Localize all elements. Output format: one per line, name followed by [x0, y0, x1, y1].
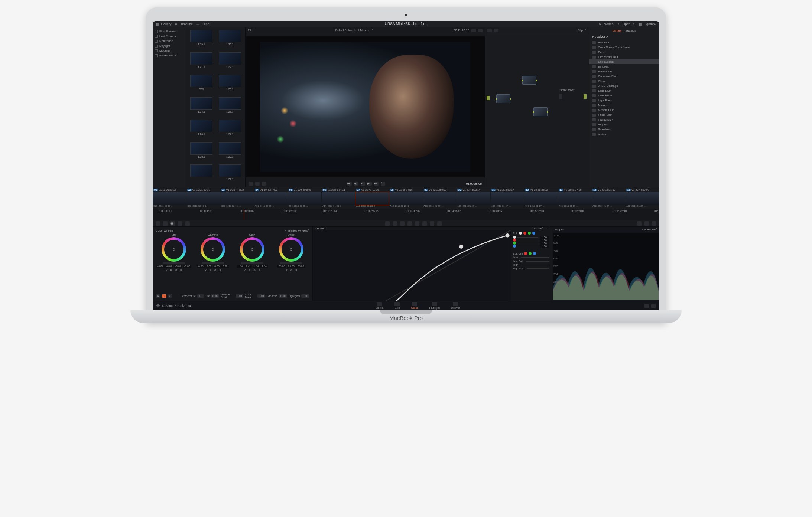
fx-item[interactable]: Directional Blur	[589, 55, 659, 59]
clip-menu[interactable]: Clip	[578, 29, 583, 32]
timeline-clip[interactable]	[423, 192, 457, 205]
sc-g-swatch[interactable]	[529, 252, 532, 255]
clips-toggle[interactable]: ▭Clips˅	[196, 22, 212, 26]
fx-item[interactable]: Gaussian Blur	[589, 74, 659, 79]
high-soft-slider[interactable]	[527, 268, 549, 269]
still-thumb[interactable]: 1.20.1	[217, 30, 243, 50]
still-thumb[interactable]: 1.23.1	[217, 75, 243, 95]
timeline-clip[interactable]	[626, 192, 659, 205]
still-thumb[interactable]: 1.25.1	[217, 97, 243, 118]
timeline-clip[interactable]	[592, 192, 626, 205]
channel-intensity-row[interactable]	[513, 239, 549, 242]
page-media[interactable]: Media	[376, 302, 384, 310]
node-03[interactable]	[533, 107, 548, 116]
project-settings-icon[interactable]	[651, 304, 656, 308]
key-icon[interactable]	[415, 221, 419, 226]
fx-item[interactable]: Vortex	[589, 132, 659, 137]
node-input[interactable]	[487, 96, 490, 100]
sc-r-swatch[interactable]	[524, 252, 527, 255]
timeline-clip[interactable]	[288, 192, 321, 205]
fx-item[interactable]: Ripples	[589, 122, 659, 127]
fx-item[interactable]: Mirrors	[589, 103, 659, 108]
still-thumb[interactable]: 1.22.1	[217, 164, 243, 185]
page-1[interactable]: 1	[162, 294, 166, 298]
fx-item[interactable]: Mosaic Blur	[589, 108, 659, 112]
sc-b-swatch[interactable]	[533, 252, 536, 255]
blur-icon[interactable]	[407, 221, 412, 226]
mute-icon[interactable]	[262, 182, 266, 186]
still-thumb[interactable]	[188, 164, 215, 185]
node-01[interactable]	[496, 94, 510, 103]
window-icon[interactable]	[393, 221, 397, 226]
fx-item[interactable]: Lens Flare	[589, 93, 659, 98]
timeline-toggle[interactable]: ≡Timeline	[175, 22, 193, 26]
wipe-icon[interactable]	[255, 182, 260, 186]
play-button[interactable]: ▶	[367, 182, 372, 186]
mini-timeline[interactable]: 01:00:00:0001:00:35:0101:01:10:0201:01:4…	[153, 209, 659, 220]
page-fairlight[interactable]: Fairlight	[429, 302, 439, 310]
page-2[interactable]: 2	[168, 294, 172, 298]
tool-wheels-icon[interactable]: ◉	[170, 221, 175, 226]
channel-intensity-row[interactable]	[513, 236, 549, 239]
last-frame-button[interactable]: ⏭	[374, 182, 379, 186]
fx-item[interactable]: JPEG Damage	[589, 84, 659, 88]
channel-intensity-row[interactable]	[513, 242, 549, 245]
still-thumb[interactable]: 1.19.1	[188, 30, 215, 50]
pointer-icon[interactable]	[487, 29, 492, 32]
album-item[interactable]: Last Frames	[155, 34, 183, 39]
page-color[interactable]: Color	[411, 302, 418, 310]
prev-frame-button[interactable]: ◀	[354, 182, 358, 186]
node-02[interactable]	[522, 76, 536, 85]
fx-item[interactable]: EdgeDetect	[589, 59, 659, 64]
viewer-opt-icon[interactable]	[471, 29, 476, 32]
fx-item[interactable]: Glow	[589, 79, 659, 84]
still-thumb[interactable]: 1.27.1	[217, 120, 243, 140]
node-graph[interactable]: Clip˅ Parallel Mixer	[485, 27, 589, 187]
album-item[interactable]: First Frames	[155, 29, 183, 34]
color-wheel[interactable]: Offset25.0025.0025.00RGB	[273, 233, 310, 292]
curve-editor[interactable]	[313, 230, 511, 310]
timeline-clip[interactable]	[153, 192, 186, 205]
stop-button[interactable]: ■	[361, 182, 365, 186]
timeline-clip[interactable]	[186, 192, 220, 205]
openfx-toggle[interactable]: ✦OpenFX	[617, 22, 635, 26]
scopes-icon[interactable]	[644, 221, 649, 226]
fx-item[interactable]: Light Rays	[589, 98, 659, 103]
timeline-clip[interactable]	[220, 192, 254, 205]
edit-b-swatch[interactable]	[532, 232, 535, 235]
color-wheel[interactable]: Lift-0.02-0.02-0.02-0.02YRGB	[156, 233, 192, 292]
album-item[interactable]: PowerGrade 1	[155, 53, 183, 58]
picker-icon[interactable]	[249, 182, 253, 186]
fx-item[interactable]: Radial Blur	[589, 117, 659, 122]
low-slider[interactable]	[521, 257, 549, 258]
page-deliver[interactable]: Deliver	[451, 302, 460, 310]
timeline-clip[interactable]	[254, 192, 288, 205]
node-output[interactable]	[584, 94, 587, 99]
viewer-expand-icon[interactable]	[478, 29, 483, 32]
info-icon[interactable]	[652, 221, 656, 226]
hand-icon[interactable]	[494, 29, 498, 32]
high-slider[interactable]	[521, 265, 549, 265]
edit-g-swatch[interactable]	[528, 232, 531, 235]
gallery-toggle[interactable]: ▦Gallery	[156, 22, 172, 26]
parallel-mixer[interactable]	[559, 94, 562, 99]
album-item[interactable]: Moonlight	[155, 48, 183, 53]
thumbnail-timeline[interactable]: 01V110:01:23:1502V110:21:59:1803V109:57:…	[153, 187, 659, 209]
tool-curves-icon[interactable]	[178, 221, 182, 226]
still-thumb[interactable]: C69	[188, 75, 215, 95]
fx-item[interactable]: Prism Blur	[589, 112, 659, 117]
low-soft-slider[interactable]	[526, 261, 549, 262]
viewer[interactable]	[246, 36, 485, 177]
curves-mode-menu[interactable]: Custom	[532, 227, 542, 230]
library-tab[interactable]: Library	[613, 29, 621, 32]
album-item[interactable]: Reference	[155, 39, 183, 43]
timeline-clip[interactable]	[524, 192, 558, 205]
home-icon[interactable]	[644, 304, 649, 308]
settings-tab[interactable]: Settings	[625, 29, 636, 32]
still-thumb[interactable]: 1.21.1	[188, 52, 215, 73]
page-a[interactable]: A	[156, 294, 160, 298]
timeline-clip[interactable]	[322, 192, 355, 205]
fx-item[interactable]: Lens Blur	[589, 88, 659, 93]
stereo-icon[interactable]	[430, 221, 434, 226]
fx-item[interactable]: Scanlines	[589, 127, 659, 132]
